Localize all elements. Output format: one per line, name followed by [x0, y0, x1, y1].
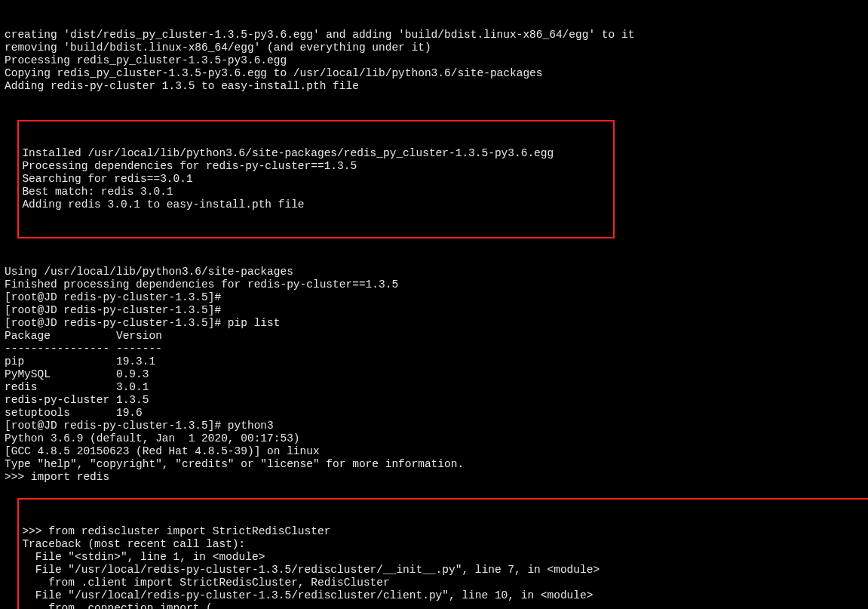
terminal-line [5, 253, 863, 266]
terminal-line: Traceback (most recent call last): [22, 538, 868, 551]
terminal-line: [GCC 4.8.5 20150623 (Red Hat 4.8.5-39)] … [5, 445, 863, 458]
terminal-line [5, 93, 863, 106]
terminal-line: [root@JD redis-py-cluster-1.3.5]# pip li… [5, 317, 863, 330]
terminal-line: >>> from rediscluster import StrictRedis… [22, 525, 868, 538]
terminal-line: File "/usr/local/redis-py-cluster-1.3.5/… [22, 564, 868, 577]
terminal-line: redis 3.0.1 [5, 381, 863, 394]
terminal-line: from .client import StrictRedisCluster, … [22, 577, 868, 589]
highlight-box-install: Installed /usr/local/lib/python3.6/site-… [17, 120, 615, 238]
terminal-line: removing 'build/bdist.linux-x86_64/egg' … [5, 42, 863, 54]
output-mid: Using /usr/local/lib/python3.6/site-pack… [5, 253, 863, 484]
terminal-line: Package Version [5, 330, 863, 343]
terminal-line: Finished processing dependencies for red… [5, 278, 863, 291]
terminal-line: Processing redis_py_cluster-1.3.5-py3.6.… [5, 54, 863, 67]
output-pre: creating 'dist/redis_py_cluster-1.3.5-py… [5, 29, 863, 106]
highlight-box-error: >>> from rediscluster import StrictRedis… [17, 498, 868, 609]
terminal-line: Searching for redis==3.0.1 [22, 173, 610, 186]
terminal-line: Adding redis-py-cluster 1.3.5 to easy-in… [5, 80, 863, 93]
terminal-line: >>> import redis [5, 471, 863, 484]
terminal-line: Best match: redis 3.0.1 [22, 186, 610, 198]
terminal-line: redis-py-cluster 1.3.5 [5, 394, 863, 407]
terminal-line: [root@JD redis-py-cluster-1.3.5]# [5, 304, 863, 317]
terminal-line: [root@JD redis-py-cluster-1.3.5]# python… [5, 420, 863, 432]
terminal-window[interactable]: creating 'dist/redis_py_cluster-1.3.5-py… [0, 0, 868, 609]
terminal-line: Python 3.6.9 (default, Jan 1 2020, 00:17… [5, 432, 863, 445]
terminal-line: Type "help", "copyright", "credits" or "… [5, 458, 863, 471]
terminal-line: Using /usr/local/lib/python3.6/site-pack… [5, 266, 863, 278]
terminal-line: [root@JD redis-py-cluster-1.3.5]# [5, 291, 863, 304]
terminal-line: Installed /usr/local/lib/python3.6/site-… [22, 147, 610, 160]
terminal-line: from .connection import ( [22, 602, 868, 609]
terminal-line: Processing dependencies for redis-py-clu… [22, 160, 610, 173]
terminal-line: PyMySQL 0.9.3 [5, 368, 863, 381]
terminal-line: File "/usr/local/redis-py-cluster-1.3.5/… [22, 589, 868, 602]
terminal-line: pip 19.3.1 [5, 355, 863, 368]
terminal-line: Copying redis_py_cluster-1.3.5-py3.6.egg… [5, 67, 863, 80]
terminal-line: setuptools 19.6 [5, 407, 863, 420]
terminal-line: Adding redis 3.0.1 to easy-install.pth f… [22, 198, 610, 211]
terminal-line: File "<stdin>", line 1, in <module> [22, 551, 868, 564]
terminal-line: ---------------- ------- [5, 343, 863, 355]
terminal-line: creating 'dist/redis_py_cluster-1.3.5-py… [5, 29, 863, 42]
